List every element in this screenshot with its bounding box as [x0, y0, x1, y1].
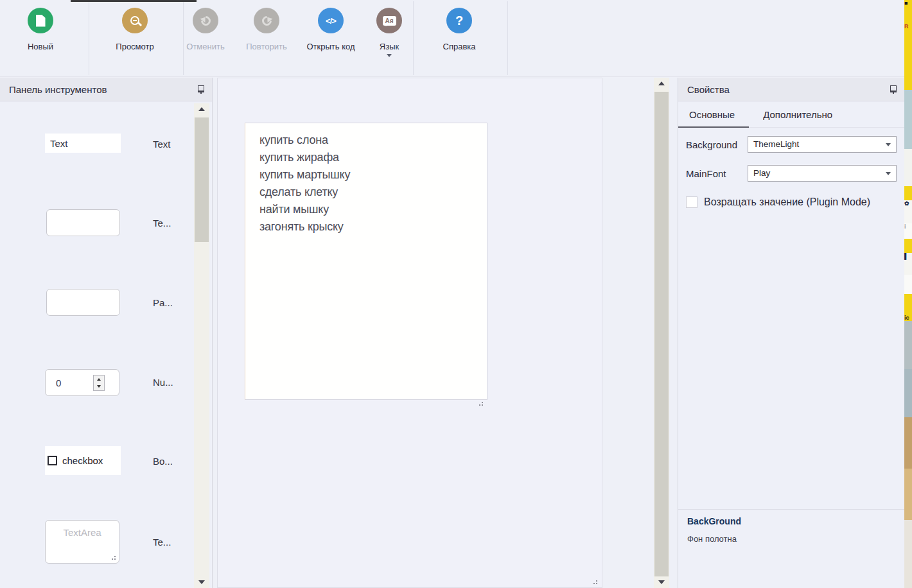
help-button-label: Справка: [432, 42, 487, 51]
canvas-textarea-widget[interactable]: купить слона купить жирафа купить мартыш…: [245, 123, 487, 400]
translate-icon: Aя: [376, 8, 402, 33]
toolbox-item-label[interactable]: Text: [45, 134, 121, 153]
desktop-letter-r: R: [904, 23, 912, 30]
redo-arrow-icon: [254, 8, 279, 33]
canvas-resize-grip-icon[interactable]: [592, 578, 598, 585]
design-canvas[interactable]: купить слона купить жирафа купить мартыш…: [217, 78, 602, 588]
code-icon: </>: [318, 8, 344, 33]
toolbox-item-checkbox-name: Bo...: [153, 456, 173, 467]
background-property-label: Background: [686, 139, 748, 150]
undo-button[interactable]: Отменить: [179, 8, 232, 51]
toolbox-panel: Панель инструментов Text Text Te... Pa..…: [0, 78, 213, 588]
undo-button-label: Отменить: [179, 42, 232, 51]
textarea-widget-placeholder: TextArea: [63, 527, 101, 538]
open-code-button-label: Открыть код: [299, 42, 362, 51]
language-button[interactable]: Aя Язык: [371, 8, 407, 57]
canvas-scrollbar-thumb[interactable]: [654, 92, 669, 576]
toolbar-separator: [89, 1, 89, 75]
property-row-mainfont: MainFont Play: [686, 165, 897, 182]
textarea-resize-grip-icon[interactable]: [477, 400, 484, 406]
description-divider: [678, 509, 904, 510]
toolbox-panel-title: Панель инструментов: [9, 84, 107, 95]
toolbar-separator: [413, 1, 414, 75]
scroll-down-icon[interactable]: [654, 576, 669, 588]
desktop-artifact: ■ R ✿ i ▌ ic: [904, 0, 912, 588]
toolbox-scrollbar-thumb[interactable]: [195, 117, 209, 242]
preview-button[interactable]: Просмотр: [103, 8, 167, 51]
toolbox-item-textarea[interactable]: TextArea: [45, 520, 119, 564]
toolbox-item-textarea-name: Te...: [153, 537, 171, 548]
redo-button[interactable]: Повторить: [236, 8, 297, 51]
new-button-label: Новый: [13, 42, 68, 51]
properties-panel: Свойства Основные Дополнительно Backgrou…: [678, 78, 904, 588]
toolbox-scrollbar[interactable]: [194, 103, 209, 588]
background-window-edge: [71, 0, 197, 2]
redo-button-label: Повторить: [236, 42, 297, 51]
active-tab-underline: [678, 126, 749, 128]
canvas-scrollbar[interactable]: [654, 78, 669, 588]
help-icon-glyph: ?: [455, 13, 463, 28]
main-toolbar: Новый Просмотр Отменить Повторить </> От…: [0, 0, 904, 77]
desktop-icon-glyph: ■: [904, 0, 912, 6]
toolbox-item-textbox-name: Te...: [153, 218, 171, 229]
new-button[interactable]: Новый: [13, 8, 68, 51]
checkbox-widget-preview: checkbox: [62, 455, 103, 466]
undo-arrow-icon: [193, 8, 218, 33]
language-button-label: Язык: [371, 42, 407, 51]
toolbox-item-numeric[interactable]: 0: [45, 369, 119, 396]
scroll-up-icon[interactable]: [654, 78, 669, 89]
property-row-background: Background ThemeLight: [686, 136, 897, 153]
properties-tabs: Основные Дополнительно: [678, 101, 904, 127]
toolbox-item-password-name: Pa...: [153, 297, 173, 308]
spinner-down-icon[interactable]: [94, 383, 104, 391]
new-document-icon: [28, 8, 53, 33]
preview-button-label: Просмотр: [103, 42, 167, 51]
scroll-down-icon[interactable]: [194, 576, 209, 588]
spinner-up-icon[interactable]: [94, 376, 104, 383]
pin-icon[interactable]: [197, 85, 204, 94]
language-dropdown-arrow-icon[interactable]: [387, 54, 392, 57]
toolbox-item-checkbox[interactable]: checkbox: [45, 446, 121, 475]
toolbar-separator: [507, 1, 508, 75]
resize-grip-icon: [110, 554, 116, 560]
toolbox-item-numeric-name: Nu...: [153, 377, 173, 388]
tab-main[interactable]: Основные: [689, 109, 735, 120]
background-dropdown[interactable]: ThemeLight: [748, 136, 897, 153]
properties-panel-title: Свойства: [687, 84, 730, 95]
pin-icon[interactable]: [889, 85, 897, 94]
toolbox-item-textbox[interactable]: [46, 209, 120, 236]
translate-icon-glyph: Aя: [383, 16, 396, 26]
properties-panel-header: Свойства: [678, 78, 904, 101]
tab-additional[interactable]: Дополнительно: [763, 109, 832, 120]
code-icon-glyph: </>: [326, 16, 336, 26]
mainfont-dropdown[interactable]: Play: [748, 165, 897, 182]
open-code-button[interactable]: </> Открыть код: [299, 8, 362, 51]
plugin-mode-checkbox[interactable]: [686, 196, 697, 208]
mainfont-property-label: MainFont: [686, 168, 748, 179]
property-description-text: Фон полотна: [687, 534, 737, 544]
numeric-spinner[interactable]: [93, 375, 105, 391]
desktop-letters-ic: ic: [904, 315, 909, 321]
checkbox-square-icon: [48, 456, 57, 465]
app-window: Новый Просмотр Отменить Повторить </> От…: [0, 0, 912, 588]
help-icon: ?: [446, 8, 472, 33]
help-button[interactable]: ? Справка: [432, 8, 487, 51]
toolbox-item-password[interactable]: [46, 289, 120, 316]
label-widget-preview: Text: [50, 138, 68, 149]
property-description-title: BackGround: [687, 516, 741, 526]
scroll-up-icon[interactable]: [194, 103, 209, 115]
plugin-mode-label: Возращать значение (Plugin Mode): [704, 196, 870, 208]
toolbox-panel-header: Панель инструментов: [0, 78, 212, 101]
numeric-widget-value: 0: [56, 377, 61, 388]
toolbox-item-label-name: Text: [153, 139, 171, 150]
plugin-mode-row: Возращать значение (Plugin Mode): [686, 196, 870, 208]
magnifier-icon: [122, 8, 148, 33]
